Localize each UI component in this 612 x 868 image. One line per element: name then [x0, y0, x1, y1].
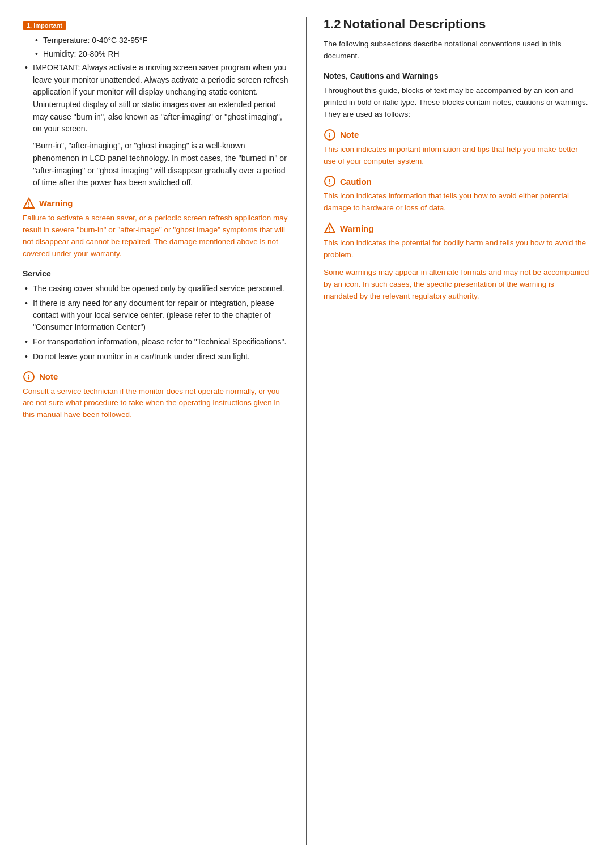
warning-body1-right: This icon indicates the potential for bo… — [324, 237, 589, 261]
svg-rect-3 — [28, 376, 29, 379]
important-badge: 1. Important — [23, 21, 66, 30]
warning-body-1: Failure to activate a screen saver, or a… — [23, 212, 289, 260]
warning-icon-right: ! — [324, 222, 336, 235]
note-header-right: Note — [324, 129, 589, 141]
warning-title-1: Warning — [39, 198, 73, 208]
note-icon-1 — [23, 371, 35, 383]
right-intro: The following subsections describe notat… — [324, 39, 589, 62]
list-item: For transportation information, please r… — [23, 336, 289, 348]
notes-intro-text: Throughout this guide, blocks of text ma… — [324, 85, 589, 121]
caution-block-right: ! Caution This icon indicates informatio… — [324, 175, 589, 214]
note-body-1: Consult a service technician if the moni… — [23, 386, 289, 422]
note-header-1: Note — [23, 371, 289, 383]
warning-title-right: Warning — [340, 224, 373, 233]
note-block-right: Note This icon indicates important infor… — [324, 129, 589, 168]
note-body-right: This icon indicates important informatio… — [324, 144, 589, 168]
list-item: The casing cover should be opened only b… — [23, 283, 289, 295]
sub-section-heading: Notes, Cautions and Warnings — [324, 71, 589, 80]
caution-title-right: Caution — [340, 177, 372, 186]
warning-header-right: ! Warning — [324, 222, 589, 235]
svg-rect-6 — [329, 134, 330, 137]
note-title-right: Note — [340, 130, 359, 139]
list-item: If there is any need for any document fo… — [23, 297, 289, 333]
svg-text:!: ! — [28, 201, 29, 207]
list-item: Humidity: 20-80% RH — [23, 48, 289, 60]
warning-body2-right: Some warnings may appear in alternate fo… — [324, 267, 589, 303]
note-icon-right — [324, 129, 336, 141]
section-number: 1.2 — [324, 17, 341, 31]
service-bullets: The casing cover should be opened only b… — [23, 283, 289, 363]
list-item: IMPORTANT: Always activate a moving scre… — [23, 62, 289, 135]
list-item: Do not leave your monitor in a car/trunk… — [23, 351, 289, 363]
svg-text:!: ! — [329, 227, 330, 233]
caution-icon-right: ! — [324, 175, 336, 188]
left-column: 1. Important Temperature: 0-40°C 32-95°F… — [23, 17, 306, 845]
right-column: 1.2 Notational Descriptions The followin… — [306, 17, 589, 845]
list-item: "Burn-in", "after-imaging", or "ghost im… — [23, 140, 289, 189]
caution-body-right: This icon indicates information that tel… — [324, 190, 589, 214]
list-item: Temperature: 0-40°C 32-95°F — [23, 35, 289, 46]
top-bullets: Temperature: 0-40°C 32-95°F Humidity: 20… — [23, 35, 289, 189]
svg-text:!: ! — [329, 177, 331, 186]
svg-rect-2 — [28, 375, 29, 376]
caution-header-right: ! Caution — [324, 175, 589, 188]
section-title-container: 1.2 Notational Descriptions — [324, 17, 589, 32]
warning-block-right: ! Warning This icon indicates the potent… — [324, 222, 589, 303]
warning-icon-1: ! — [23, 197, 35, 210]
warning-header-1: ! Warning — [23, 197, 289, 210]
service-heading: Service — [23, 269, 289, 278]
warning-block-1: ! Warning Failure to activate a screen s… — [23, 197, 289, 260]
note-title-1: Note — [39, 372, 58, 381]
note-block-1: Note Consult a service technician if the… — [23, 371, 289, 422]
section-title: Notational Descriptions — [343, 17, 486, 31]
svg-rect-5 — [329, 133, 330, 134]
